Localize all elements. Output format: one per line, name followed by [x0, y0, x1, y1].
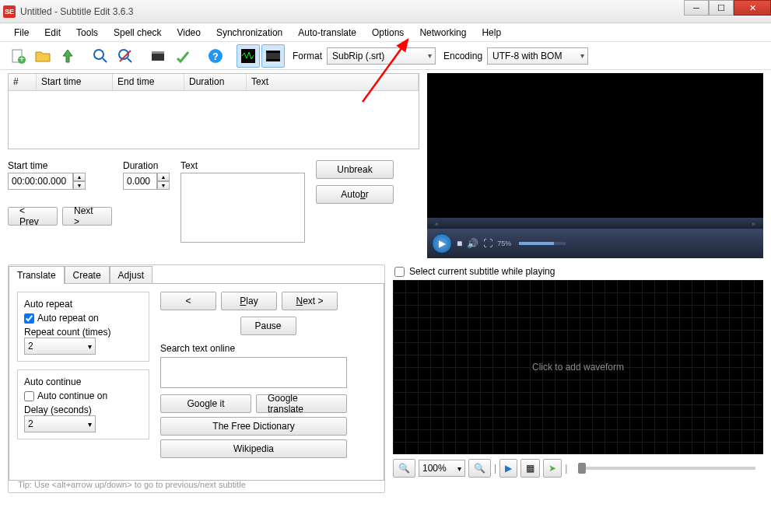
next-button-translate[interactable]: Next > [282, 292, 338, 310]
next-button[interactable]: Next > [62, 207, 112, 226]
find-button[interactable] [89, 44, 112, 68]
svg-point-3 [94, 50, 103, 59]
wave-position-slider[interactable] [578, 467, 755, 470]
auto-continue-group: Auto continue Auto continue on Delay (se… [17, 369, 149, 439]
search-label: Search text online [160, 343, 376, 354]
search-text-input[interactable] [160, 357, 347, 388]
autobr-button[interactable]: Auto br [316, 185, 394, 204]
menu-video[interactable]: Video [169, 25, 208, 40]
duration-label: Duration [123, 160, 170, 171]
fullscreen-button[interactable]: ⛶ [483, 238, 492, 249]
start-time-input[interactable]: ▲▼ [8, 173, 112, 190]
replace-button[interactable] [114, 44, 137, 68]
col-start-time[interactable]: Start time [37, 74, 113, 90]
app-icon: SE [3, 5, 16, 18]
tab-translate[interactable]: Translate [9, 266, 65, 284]
google-it-button[interactable]: Google it [160, 394, 251, 413]
svg-rect-15 [266, 59, 280, 61]
subtitle-grid[interactable]: # Start time End time Duration Text [8, 73, 419, 149]
grid-header: # Start time End time Duration Text [9, 74, 419, 91]
col-end-time[interactable]: End time [113, 74, 184, 90]
encoding-label: Encoding [443, 51, 482, 61]
prev-button[interactable]: < Prev [8, 207, 58, 226]
menubar: File Edit Tools Spell check Video Synchr… [0, 23, 771, 42]
visual-sync-button[interactable] [146, 44, 170, 68]
start-time-label: Start time [8, 160, 112, 171]
menu-help[interactable]: Help [474, 25, 509, 40]
menu-options[interactable]: Options [364, 25, 412, 40]
free-dictionary-button[interactable]: The Free Dictionary [160, 417, 347, 436]
window-title: Untitled - Subtitle Edit 3.6.3 [20, 6, 133, 17]
minimize-button[interactable]: ─ [684, 0, 709, 16]
wikipedia-button[interactable]: Wikipedia [160, 439, 347, 458]
menu-spellcheck[interactable]: Spell check [106, 25, 169, 40]
video-toggle[interactable] [261, 44, 285, 68]
help-button[interactable]: ? [204, 44, 227, 68]
menu-edit[interactable]: Edit [37, 25, 68, 40]
tip-text: Tip: Use <alt+arrow up/down> to go to pr… [18, 480, 246, 489]
menu-autotranslate[interactable]: Auto-translate [290, 25, 364, 40]
save-button[interactable] [56, 44, 79, 68]
zoom-out-button[interactable]: 🔍 [393, 459, 415, 478]
delay-select[interactable]: 2 [24, 415, 96, 432]
duration-input[interactable]: ▲▼ [123, 173, 170, 190]
encoding-combo[interactable]: UTF-8 with BOM [487, 47, 588, 65]
menu-file[interactable]: File [6, 25, 37, 40]
stop-button[interactable]: ■ [457, 238, 462, 249]
maximize-button[interactable]: ☐ [709, 0, 734, 16]
svg-line-4 [103, 58, 107, 62]
pause-button[interactable]: Pause [240, 317, 296, 335]
tab-create[interactable]: Create [65, 266, 110, 284]
video-controls: ▶ ■ 🔊 ⛶ 75% [427, 229, 763, 258]
new-file-button[interactable]: + [6, 44, 30, 68]
svg-rect-14 [266, 51, 280, 53]
svg-rect-9 [152, 51, 164, 54]
auto-continue-checkbox[interactable]: Auto continue on [24, 390, 142, 401]
google-translate-button[interactable]: Google translate [256, 394, 347, 413]
toolbar: + ? Format SubRip (.srt) Encoding UTF-8 … [0, 42, 771, 70]
volume-percent: 75% [497, 240, 511, 247]
spellcheck-button[interactable] [171, 44, 195, 68]
format-combo[interactable]: SubRip (.srt) [327, 47, 436, 65]
back-button[interactable]: < [160, 292, 216, 310]
auto-repeat-group: Auto repeat Auto repeat on Repeat count … [17, 292, 149, 362]
svg-line-6 [128, 58, 131, 62]
menu-synchronization[interactable]: Synchronization [209, 25, 290, 40]
waveform-area[interactable]: Click to add waveform [393, 280, 763, 454]
waveform-toolbar: 🔍 100% 🔍 | ▶ ▦ ➤ | [393, 457, 763, 479]
col-text[interactable]: Text [247, 74, 419, 90]
play-button-translate[interactable]: Play [221, 292, 277, 310]
wave-forward-button[interactable]: ➤ [543, 459, 562, 478]
tab-adjust[interactable]: Adjust [110, 266, 152, 284]
format-label: Format [293, 51, 322, 61]
close-button[interactable]: ✕ [734, 0, 771, 16]
unbreak-button[interactable]: Unbreak [316, 160, 394, 179]
auto-repeat-checkbox[interactable]: Auto repeat on [24, 313, 142, 324]
zoom-in-button[interactable]: 🔍 [468, 459, 491, 478]
volume-slider[interactable] [519, 242, 566, 245]
spin-up[interactable]: ▲ [73, 173, 86, 181]
menu-networking[interactable]: Networking [412, 25, 474, 40]
menu-tools[interactable]: Tools [68, 25, 106, 40]
svg-text:?: ? [212, 51, 218, 62]
col-duration[interactable]: Duration [184, 74, 247, 90]
open-file-button[interactable] [31, 44, 54, 68]
play-button[interactable]: ▶ [432, 233, 452, 254]
wave-play-button[interactable]: ▶ [499, 459, 517, 478]
waveform-toggle[interactable] [237, 44, 260, 68]
text-label: Text [180, 160, 305, 171]
mute-button[interactable]: 🔊 [467, 238, 478, 249]
translate-panel: Translate Create Adjust Auto repeat Auto… [8, 264, 385, 493]
titlebar: SE Untitled - Subtitle Edit 3.6.3 ─ ☐ ✕ [0, 0, 771, 23]
zoom-select[interactable]: 100% [419, 460, 465, 477]
repeat-count-select[interactable]: 2 [24, 338, 96, 355]
col-number[interactable]: # [9, 74, 37, 90]
select-current-checkbox[interactable]: Select current subtitle while playing [394, 266, 763, 277]
svg-text:+: + [19, 54, 24, 65]
wave-grid-button[interactable]: ▦ [520, 459, 540, 478]
video-seek-bar[interactable]: « » [427, 218, 763, 229]
video-panel[interactable]: « » ▶ ■ 🔊 ⛶ 75% [427, 73, 763, 258]
spin-down[interactable]: ▼ [73, 181, 86, 190]
subtitle-text-input[interactable] [180, 173, 305, 243]
